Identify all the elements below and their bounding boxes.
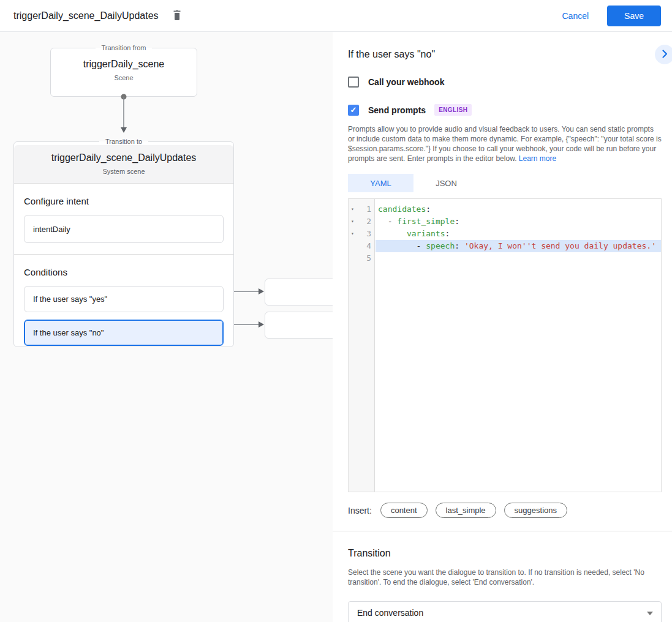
panel-divider bbox=[333, 531, 672, 531]
delete-button[interactable] bbox=[171, 8, 183, 23]
save-button[interactable]: Save bbox=[607, 6, 661, 26]
conditions-label: Conditions bbox=[24, 267, 224, 277]
collapse-panel-button[interactable] bbox=[655, 45, 672, 64]
to-scene-header: triggerDaily_scene_DailyUpdates System s… bbox=[14, 144, 233, 184]
insert-chip-last-simple[interactable]: last_simple bbox=[436, 503, 496, 518]
line-number: 3 bbox=[357, 228, 376, 240]
send-prompts-checkbox[interactable]: ✓ bbox=[348, 105, 359, 116]
transition-from-label: Transition from bbox=[96, 44, 153, 51]
line-number: 2 bbox=[357, 215, 376, 228]
code-line-text: - speech: 'Okay, I won''t send you daily… bbox=[376, 240, 661, 252]
transition-select-value: End conversation bbox=[357, 608, 423, 618]
from-scene-type: Scene bbox=[56, 74, 192, 81]
chevron-right-icon bbox=[660, 49, 670, 61]
transition-select[interactable]: End conversation bbox=[348, 601, 662, 622]
insert-row: Insert: content last_simple suggestions bbox=[348, 503, 662, 518]
condition-target-box-no[interactable] bbox=[265, 312, 333, 339]
from-scene-name: triggerDaily_scene bbox=[56, 59, 192, 70]
scene-diagram-canvas: Transition from triggerDaily_scene Scene bbox=[0, 32, 333, 622]
condition-target-box-yes[interactable] bbox=[265, 279, 333, 305]
top-bar: triggerDaily_scene_DailyUpdates Cancel S… bbox=[0, 0, 672, 32]
code-line-text: variants: bbox=[376, 228, 661, 240]
condition-row-yes[interactable]: If the user says "yes" bbox=[24, 286, 224, 312]
to-scene-name: triggerDaily_scene_DailyUpdates bbox=[20, 152, 227, 163]
transition-section: Transition Select the scene you want the… bbox=[348, 548, 662, 622]
learn-more-link[interactable]: Learn more bbox=[519, 154, 556, 163]
conditions-section: Conditions If the user says "yes" If the… bbox=[14, 255, 233, 347]
send-prompts-label: Send prompts bbox=[368, 105, 426, 115]
gutter-cell: 4 bbox=[349, 240, 376, 252]
webhook-row: Call your webhook bbox=[348, 77, 662, 88]
condition-panel-title: If the user says "no" bbox=[348, 49, 435, 60]
prompt-code-editor[interactable]: ▾1candidates:▾2 - first_simple:▾3 varian… bbox=[348, 198, 662, 492]
language-badge: ENGLISH bbox=[434, 104, 472, 116]
condition-row-no[interactable]: If the user says "no" bbox=[24, 320, 224, 346]
fold-arrow-icon[interactable]: ▾ bbox=[349, 228, 357, 240]
cancel-button[interactable]: Cancel bbox=[554, 6, 596, 26]
transition-to-label: Transition to bbox=[99, 138, 148, 145]
scene-editor-app: triggerDaily_scene_DailyUpdates Cancel S… bbox=[0, 0, 672, 622]
to-scene-type: System scene bbox=[20, 168, 227, 175]
dropdown-caret-icon bbox=[647, 612, 653, 615]
insert-chip-content[interactable]: content bbox=[380, 503, 428, 518]
tab-yaml[interactable]: YAML bbox=[348, 174, 413, 192]
send-prompts-row: ✓ Send prompts ENGLISH bbox=[348, 104, 662, 116]
prompts-description: Prompts allow you to provide audio and v… bbox=[348, 124, 662, 163]
configure-intent-section: Configure intent intentDaily bbox=[14, 184, 233, 254]
gutter-cell: ▾1 bbox=[349, 203, 376, 215]
page-title: triggerDaily_scene_DailyUpdates bbox=[13, 10, 159, 21]
code-line-text: - first_simple: bbox=[376, 215, 661, 228]
code-line[interactable]: ▾2 - first_simple: bbox=[349, 215, 661, 228]
code-line-text: candidates: bbox=[376, 203, 661, 215]
code-editor-lines: ▾1candidates:▾2 - first_simple:▾3 varian… bbox=[349, 199, 661, 264]
transition-to-card: Transition to triggerDaily_scene_DailyUp… bbox=[13, 138, 234, 347]
fold-arrow-icon[interactable]: ▾ bbox=[349, 215, 357, 228]
call-webhook-label: Call your webhook bbox=[368, 77, 444, 87]
transition-from-card[interactable]: Transition from triggerDaily_scene Scene bbox=[50, 44, 197, 97]
insert-chip-suggestions[interactable]: suggestions bbox=[504, 503, 567, 518]
code-line[interactable]: ▾1candidates: bbox=[349, 203, 661, 215]
tab-json[interactable]: JSON bbox=[413, 174, 479, 192]
fold-arrow-icon[interactable]: ▾ bbox=[349, 203, 357, 215]
code-line-text bbox=[376, 252, 661, 264]
line-number: 4 bbox=[357, 240, 376, 252]
transition-heading: Transition bbox=[348, 548, 662, 559]
gutter-cell: ▾2 bbox=[349, 215, 376, 228]
line-number: 5 bbox=[357, 252, 376, 264]
condition-detail-panel: If the user says "no" Call your webhook … bbox=[333, 32, 672, 622]
call-webhook-checkbox[interactable] bbox=[348, 77, 359, 88]
gutter-cell: 5 bbox=[349, 252, 376, 264]
editor-format-tabs: YAML JSON bbox=[348, 174, 662, 192]
configure-intent-label: Configure intent bbox=[24, 196, 224, 206]
code-line[interactable]: 4 - speech: 'Okay, I won''t send you dai… bbox=[349, 240, 661, 252]
intent-input[interactable]: intentDaily bbox=[24, 215, 224, 243]
prompts-description-text: Prompts allow you to provide audio and v… bbox=[348, 125, 662, 163]
trash-icon bbox=[171, 8, 183, 23]
insert-label: Insert: bbox=[348, 506, 372, 515]
line-number: 1 bbox=[357, 203, 376, 215]
code-line[interactable]: 5 bbox=[349, 252, 661, 264]
gutter-cell: ▾3 bbox=[349, 228, 376, 240]
transition-description: Select the scene you want the dialogue t… bbox=[348, 568, 662, 587]
code-line[interactable]: ▾3 variants: bbox=[349, 228, 661, 240]
